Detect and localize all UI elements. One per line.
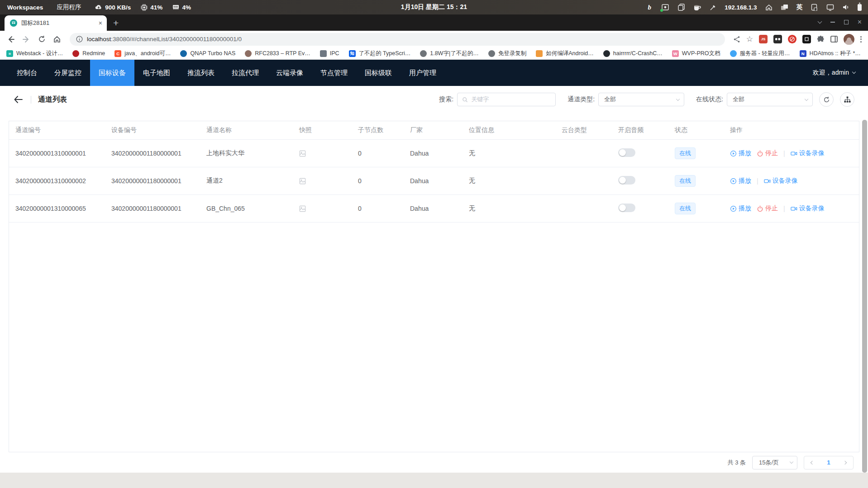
divider: | bbox=[757, 177, 758, 185]
record-button[interactable]: 设备录像 bbox=[791, 149, 825, 157]
refresh-button[interactable] bbox=[819, 92, 834, 107]
bookmark-item[interactable]: 如何编译Android… bbox=[536, 50, 594, 57]
bookmark-star-icon[interactable]: ☆ bbox=[746, 34, 753, 44]
back-button[interactable] bbox=[5, 33, 17, 46]
browser-menu-icon[interactable] bbox=[860, 36, 862, 43]
volume-icon[interactable] bbox=[842, 3, 850, 11]
record-button[interactable]: 设备录像 bbox=[791, 204, 825, 213]
column-header: 设备编号 bbox=[105, 126, 200, 134]
maximize-icon[interactable] bbox=[844, 20, 849, 24]
audio-toggle[interactable] bbox=[618, 204, 635, 212]
play-button[interactable]: 播放 bbox=[730, 204, 751, 213]
bookmark-item[interactable]: ≡Webstack - 设计… bbox=[6, 50, 63, 57]
nav-item-5[interactable]: 推流列表 bbox=[179, 60, 223, 86]
url-bar[interactable]: localhost:38080/#/channelList/3402000000… bbox=[70, 33, 725, 46]
cpu-usage: 41% bbox=[150, 4, 162, 11]
channel-id-cell: 34020000001310000002 bbox=[9, 177, 105, 185]
extensions-puzzle-icon[interactable] bbox=[817, 35, 825, 43]
applications-menu[interactable]: 应用程序 bbox=[57, 3, 81, 11]
clock[interactable]: 1月10日 星期二 15：21 bbox=[401, 3, 467, 11]
bookmark-item[interactable]: IPC bbox=[320, 50, 339, 57]
bookmark-item[interactable]: 1.8W字|了不起的… bbox=[420, 50, 478, 57]
bookmark-label: 如何编译Android… bbox=[546, 50, 594, 57]
play-button[interactable]: 播放 bbox=[730, 149, 751, 157]
audio-toggle[interactable] bbox=[618, 176, 635, 185]
audio-toggle[interactable] bbox=[618, 148, 635, 157]
page-back-button[interactable] bbox=[14, 95, 23, 104]
nav-item-1[interactable]: 控制台 bbox=[8, 60, 46, 86]
profile-avatar[interactable] bbox=[844, 34, 854, 45]
workspaces-button[interactable]: Workspaces bbox=[7, 4, 43, 11]
bookmark-label: 1.8W字|了不起的… bbox=[430, 50, 478, 57]
bookmark-item[interactable]: Cjava、android可… bbox=[114, 50, 171, 57]
tree-view-button[interactable] bbox=[840, 92, 854, 107]
record-button[interactable]: 设备录像 bbox=[764, 177, 798, 185]
ext-adblock-icon[interactable] bbox=[788, 35, 796, 43]
nav-item-8[interactable]: 节点管理 bbox=[312, 60, 356, 86]
bookmark-item[interactable]: NHDAtmos :: 种子 *… bbox=[800, 50, 861, 57]
window-close-icon[interactable]: × bbox=[858, 18, 862, 26]
channel-id-cell: 34020000001310000065 bbox=[9, 205, 105, 212]
table-row: 3402000000131000000134020000001180000001… bbox=[9, 140, 859, 167]
bookmark-item[interactable]: 知了不起的 TypeScri… bbox=[349, 50, 411, 57]
bookmark-item[interactable]: QNAP Turbo NAS bbox=[180, 50, 235, 57]
site-info-icon[interactable] bbox=[76, 36, 83, 43]
bookmark-item[interactable]: RFC2833 – RTP Ev… bbox=[245, 50, 310, 57]
ext-ublock-icon[interactable] bbox=[802, 35, 811, 43]
clipboard-tray-icon[interactable] bbox=[677, 3, 685, 11]
prev-page-button[interactable] bbox=[810, 460, 814, 464]
bing-tray-icon[interactable]: b bbox=[645, 3, 653, 11]
side-panel-icon[interactable] bbox=[830, 36, 838, 43]
screenshot-tray-icon[interactable] bbox=[661, 3, 669, 11]
stop-button[interactable]: 停止 bbox=[757, 204, 778, 213]
nav-item-3[interactable]: 国标设备 bbox=[90, 60, 134, 86]
reload-button[interactable] bbox=[35, 33, 48, 46]
online-status-select[interactable]: 全部 bbox=[727, 93, 813, 106]
ext-tampermonkey-icon[interactable] bbox=[773, 35, 782, 43]
home-button[interactable] bbox=[51, 33, 63, 46]
current-page[interactable]: 1 bbox=[827, 459, 830, 466]
share-icon[interactable] bbox=[733, 36, 740, 43]
bookmark-item[interactable]: 服务器 - 轻量应用… bbox=[730, 50, 790, 57]
phone-link-icon[interactable] bbox=[810, 3, 818, 11]
nav-item-9[interactable]: 国标级联 bbox=[356, 60, 401, 86]
bookmark-item[interactable]: WWVP-PRO文档 bbox=[672, 50, 720, 57]
battery-icon[interactable] bbox=[858, 4, 862, 11]
table-row: 3402000000131000006534020000001180000001… bbox=[9, 195, 859, 223]
nav-item-2[interactable]: 分屏监控 bbox=[46, 60, 90, 86]
display-tray-icon[interactable] bbox=[826, 3, 834, 11]
play-button[interactable]: 播放 bbox=[730, 177, 751, 185]
ext-js-icon[interactable]: JS bbox=[759, 35, 768, 43]
caffeine-tray-icon[interactable] bbox=[693, 3, 701, 11]
workspace-switcher-icon[interactable] bbox=[781, 3, 789, 11]
channel-type-select[interactable]: 全部 bbox=[598, 93, 684, 106]
ip-address[interactable]: 192.168.1.3 bbox=[725, 4, 757, 11]
home-tray-icon[interactable] bbox=[765, 3, 773, 11]
bookmark-label: Webstack - 设计… bbox=[16, 50, 63, 57]
scrollbar-thumb[interactable] bbox=[862, 120, 867, 473]
nav-item-7[interactable]: 云端录像 bbox=[267, 60, 312, 86]
forward-button[interactable] bbox=[20, 33, 33, 46]
input-method-indicator[interactable]: 英 bbox=[796, 3, 803, 11]
bookmark-item[interactable]: hairrrrr/C-CrashC… bbox=[603, 50, 663, 57]
bookmark-item[interactable]: 免登录复制 bbox=[488, 50, 527, 57]
status-badge: 在线 bbox=[675, 147, 696, 159]
user-menu[interactable]: 欢迎，admin bbox=[813, 69, 868, 77]
main-content: 通道列表 搜索: 关键字 通道类型: 全部 在线状态: 全部 bbox=[0, 86, 868, 488]
nav-item-4[interactable]: 电子地图 bbox=[134, 60, 179, 86]
page-size-select[interactable]: 15条/页 bbox=[752, 456, 797, 469]
new-tab-button[interactable]: + bbox=[113, 18, 119, 28]
bookmark-item[interactable]: Redmine bbox=[72, 50, 105, 57]
tab-close-icon[interactable]: × bbox=[99, 19, 102, 27]
browser-tab[interactable]: 国标28181 × bbox=[5, 15, 107, 31]
search-input[interactable]: 关键字 bbox=[457, 93, 556, 106]
next-page-button[interactable] bbox=[843, 460, 847, 464]
nav-item-10[interactable]: 用户管理 bbox=[401, 60, 445, 86]
tab-search-icon[interactable] bbox=[817, 19, 822, 24]
stop-button[interactable]: 停止 bbox=[757, 149, 778, 157]
search-label: 搜索: bbox=[439, 95, 453, 104]
minimize-icon[interactable] bbox=[830, 22, 835, 23]
color-picker-tray-icon[interactable] bbox=[709, 3, 717, 11]
nav-item-6[interactable]: 拉流代理 bbox=[223, 60, 267, 86]
online-status-label: 在线状态: bbox=[696, 95, 723, 104]
